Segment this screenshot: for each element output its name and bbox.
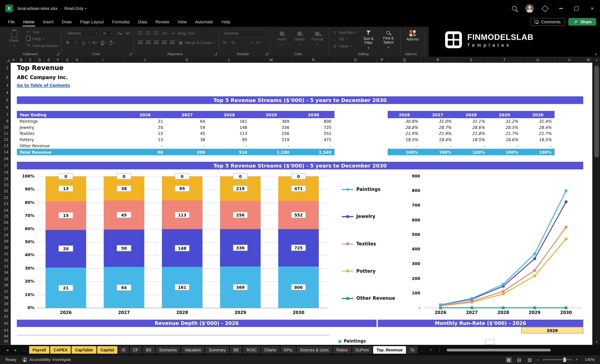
zoom-level[interactable]: 140% bbox=[582, 358, 595, 362]
row-number[interactable]: 16 bbox=[0, 155, 10, 162]
row-number[interactable]: 34 bbox=[0, 270, 10, 276]
search-icon[interactable] bbox=[506, 0, 522, 17]
cell-percent[interactable]: - bbox=[454, 143, 488, 148]
minimize-button[interactable] bbox=[553, 0, 569, 17]
column-header[interactable]: G bbox=[63, 57, 72, 63]
format-painter-button[interactable]: ✎Format Painter bbox=[26, 42, 58, 49]
row-number[interactable]: 40 bbox=[0, 307, 10, 313]
number-format-combo[interactable]: General▾ bbox=[222, 29, 267, 37]
insert-cells-button[interactable]: ▦+ Insert▾ bbox=[273, 29, 291, 46]
cell-value[interactable]: 161 bbox=[208, 119, 250, 124]
menu-tab-draw[interactable]: Draw bbox=[58, 17, 76, 27]
cell-percent[interactable]: 31.2% bbox=[488, 119, 521, 124]
row-number[interactable]: 36 bbox=[0, 282, 10, 288]
row-number[interactable]: 33 bbox=[0, 264, 10, 270]
cell-percent[interactable]: 21.9% bbox=[421, 131, 454, 136]
sheet-tab-ratios[interactable]: Ratios bbox=[333, 346, 351, 354]
zoom-slider[interactable] bbox=[543, 359, 572, 360]
cell-percent[interactable]: - bbox=[521, 143, 554, 148]
paste-button[interactable]: Paste ▾ bbox=[5, 29, 23, 49]
legend-item[interactable]: Jewelry bbox=[342, 214, 375, 219]
table-row[interactable]: Other Revenue----- bbox=[17, 143, 334, 149]
legend-item[interactable]: Pottery bbox=[342, 268, 376, 274]
font-color-button[interactable]: A▾ bbox=[109, 39, 116, 46]
sheet-tab-top-revenue[interactable]: Top_Revenue bbox=[373, 346, 406, 354]
menu-tab-review[interactable]: Review bbox=[151, 17, 173, 27]
row-number[interactable]: 18 bbox=[0, 169, 10, 176]
row-number[interactable]: 42 bbox=[0, 320, 10, 327]
row-number[interactable]: 29 bbox=[0, 238, 10, 245]
cell-value[interactable]: 256 bbox=[250, 131, 292, 136]
comments-button[interactable]: Comments bbox=[531, 18, 565, 26]
cell-percent[interactable]: 31.0% bbox=[421, 119, 454, 124]
sheet-tab-bs[interactable]: BS bbox=[143, 346, 155, 354]
avatar[interactable] bbox=[525, 4, 534, 13]
row-number[interactable]: 4 bbox=[0, 89, 10, 96]
column-header[interactable]: A bbox=[11, 57, 17, 63]
row-number[interactable]: 32 bbox=[0, 257, 10, 264]
row-number[interactable]: 3 bbox=[0, 82, 10, 89]
format-cells-button[interactable]: ▦✎ Format▾ bbox=[308, 29, 326, 46]
column-header[interactable]: W bbox=[584, 57, 592, 63]
underline-button[interactable]: U bbox=[80, 39, 87, 46]
cell-value[interactable]: 64 bbox=[166, 119, 208, 124]
sheet-tab-be[interactable]: BE bbox=[230, 346, 242, 354]
row-number[interactable]: 14 bbox=[0, 149, 10, 155]
row-number[interactable]: 43 bbox=[0, 327, 10, 333]
percent-style-button[interactable]: % bbox=[230, 39, 236, 46]
cut-button[interactable]: ✂Cut bbox=[26, 29, 58, 35]
pct-row[interactable]: 28.8%28.7%28.6%28.5%28.4% bbox=[388, 124, 554, 131]
cell-value[interactable]: 369 bbox=[250, 119, 292, 124]
sheet-tab-summary[interactable]: Summary bbox=[205, 346, 229, 354]
column-header[interactable]: N bbox=[292, 57, 335, 63]
row-number[interactable]: 1 bbox=[0, 63, 10, 73]
column-header[interactable]: I bbox=[82, 57, 124, 63]
sheet-tab-kpis[interactable]: KPIs bbox=[280, 346, 296, 354]
row-number[interactable]: 20 bbox=[0, 182, 10, 188]
cell-percent[interactable]: 28.7% bbox=[421, 125, 454, 129]
vertical-scrollbar[interactable]: ▴ ▾ bbox=[592, 57, 600, 345]
cell-value[interactable]: - bbox=[208, 143, 250, 148]
column-header[interactable]: B bbox=[17, 57, 26, 63]
cell-percent[interactable]: 31.1% bbox=[454, 119, 488, 124]
bold-button[interactable]: B bbox=[64, 39, 71, 46]
copy-button[interactable]: Copy▾ bbox=[26, 36, 58, 42]
row-number[interactable]: 7 bbox=[0, 111, 10, 118]
cell-value[interactable]: - bbox=[166, 143, 208, 148]
row-number[interactable]: 41 bbox=[0, 314, 10, 320]
cell-value[interactable]: - bbox=[124, 143, 166, 148]
table-row[interactable]: Textiles1545113256552 bbox=[17, 130, 334, 136]
new-sheet-button[interactable]: + bbox=[427, 348, 435, 352]
close-button[interactable]: × bbox=[584, 0, 600, 17]
cell-value[interactable]: 38 bbox=[166, 137, 208, 142]
align-center-button[interactable] bbox=[145, 39, 151, 46]
cell-percent[interactable]: 21.9% bbox=[388, 131, 421, 136]
cell-percent[interactable]: - bbox=[488, 143, 521, 148]
column-header[interactable]: L bbox=[208, 57, 250, 63]
row-number[interactable]: 39 bbox=[0, 301, 10, 307]
sheet-tab-roic[interactable]: ROIC bbox=[243, 346, 260, 354]
cell-value[interactable]: 113 bbox=[208, 131, 250, 136]
row-number[interactable]: 2 bbox=[0, 73, 10, 82]
menu-tab-automate[interactable]: Automate bbox=[191, 17, 217, 27]
banner-monthly-run-rate[interactable]: Monthly Run-Rate ($'000) - 2026 bbox=[378, 319, 583, 327]
year-cell-2026[interactable]: 2026 bbox=[521, 327, 583, 333]
accessibility-status[interactable]: Accessibility: Investigate bbox=[29, 358, 71, 362]
font-size-combo[interactable]: 8▾ bbox=[101, 29, 115, 37]
total-pct-row[interactable]: 100%100%100%100%100% bbox=[388, 149, 554, 155]
delete-cells-button[interactable]: ▦× Delete▾ bbox=[291, 29, 308, 46]
row-number[interactable]: 45 bbox=[0, 339, 10, 344]
clear-button[interactable]: ⊘Clear▾ bbox=[332, 43, 358, 49]
cell-percent[interactable]: 28.5% bbox=[488, 125, 521, 129]
diamond-icon[interactable] bbox=[537, 0, 553, 17]
row-number[interactable]: 5 bbox=[0, 96, 10, 104]
sheet-tab-scenarios[interactable]: Scenarios bbox=[156, 346, 180, 354]
pct-row[interactable]: ----- bbox=[388, 143, 554, 149]
column-header[interactable]: R bbox=[421, 57, 455, 63]
cell-value[interactable]: - bbox=[292, 143, 335, 148]
sheet-tab-sources-uses[interactable]: Sources & Uses bbox=[297, 346, 332, 354]
borders-button[interactable]: ⊞▾ bbox=[92, 39, 98, 46]
cell-percent[interactable]: 18.4% bbox=[421, 137, 454, 142]
addins-button[interactable]: Add-ins bbox=[404, 29, 421, 42]
column-header[interactable]: Q bbox=[388, 57, 421, 63]
